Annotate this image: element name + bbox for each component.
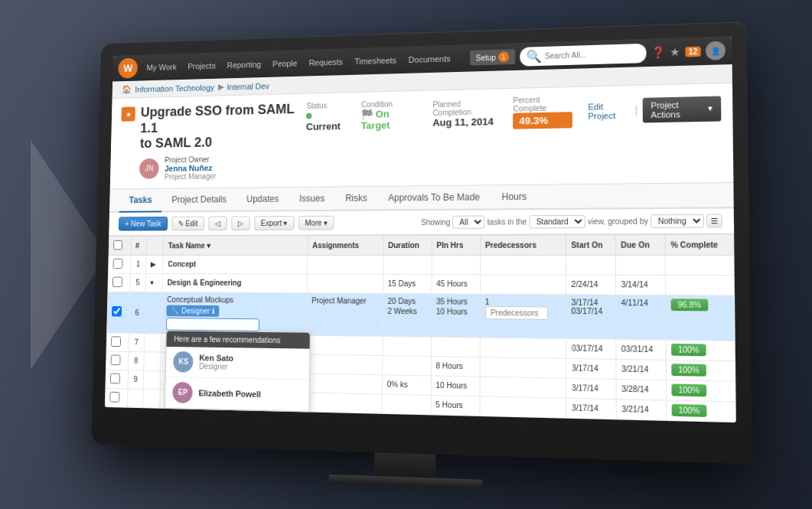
stat-percent: Percent Complete 49.3% [513,95,572,129]
monitor-bezel: W My Work Projects Reporting People Requ… [91,21,752,464]
rec-name-elizabeth: Elizabeth Powell [198,388,261,399]
setup-badge: 1 [497,51,508,62]
row-checkbox[interactable] [109,391,119,402]
new-task-button[interactable]: + New Task [119,216,168,230]
col-start-on[interactable]: Start On [566,234,615,255]
export-button[interactable]: Export ▾ [254,215,294,230]
search-input[interactable] [544,48,639,60]
col-pct-complete[interactable]: % Complete [665,234,734,255]
nav-my-work[interactable]: My Work [141,59,181,74]
status-value: Current [305,109,346,132]
avatar[interactable]: 👤 [705,41,725,60]
task-start: 03/17/14 [566,338,615,359]
task-due: 4/11/14 [615,295,666,340]
action-separator: | [634,103,638,116]
tab-tasks[interactable]: Tasks [119,188,161,212]
tab-risks[interactable]: Risks [334,186,377,210]
owner-avatar: JN [139,158,158,178]
breadcrumb-current[interactable]: Internal Dev [227,81,269,91]
nav-links: My Work Projects Reporting People Reques… [141,51,465,75]
percent-value: 49.3% [513,112,572,129]
task-name[interactable]: Design & Engineering [162,273,307,292]
complete-btn[interactable]: 100% [671,383,706,396]
standard-select[interactable]: Standard [529,214,585,228]
rec-avatar-ken: KS [173,351,194,372]
row-checkbox[interactable] [112,306,122,317]
task-pln-hrs: 10 Hours [430,375,479,396]
complete-btn[interactable]: 100% [671,364,706,377]
complete-btn[interactable]: 100% [671,344,706,356]
rec-role-ken: Designer [198,362,233,371]
expand-icon[interactable]: ▾ [145,273,162,292]
nav-requests[interactable]: Requests [303,54,347,70]
complete-btn[interactable]: 100% [671,404,706,417]
task-pln-hrs: 8 Hours [430,356,479,377]
nav-people[interactable]: People [267,55,302,71]
col-assignments[interactable]: Assignments [307,235,383,255]
view-options-btn[interactable]: ☰ [706,214,722,227]
rec-item-elizabeth[interactable]: EP Elizabeth Powell [165,377,309,411]
all-select[interactable]: All [452,215,484,228]
row-checkbox[interactable] [110,354,120,365]
col-check [109,236,131,255]
assignment-container: 🔧 Designer ℹ Here are a few recommendati… [166,305,302,331]
task-start: 3/17/14 [566,378,615,399]
row-checkbox[interactable] [113,258,122,268]
task-due: 3/21/14 [615,359,666,380]
project-actions-btn[interactable]: Project Actions ▾ [642,96,721,122]
task-table: # Task Name ▾ Assignments Duration Pln H… [104,233,735,422]
row-checkbox[interactable] [111,336,121,347]
rec-item-ken[interactable]: KS Ken Sato Designer [165,346,309,380]
col-pln-hrs[interactable]: Pln Hrs [431,235,480,255]
expand-icon[interactable]: ▶ [145,255,163,273]
task-num: 8 [128,351,144,370]
col-predecessors[interactable]: Predecessors [480,234,566,255]
select-all-checkbox[interactable] [113,240,122,249]
complete-btn[interactable]: 96.8% [670,299,707,311]
task-name[interactable]: Conceptual Mockups 🔧 Designer ℹ [161,292,307,335]
nav-timesheets[interactable]: Timesheets [349,52,402,68]
more-button[interactable]: More ▾ [298,215,334,230]
setup-btn[interactable]: Setup 1 [469,49,514,66]
task-name[interactable]: Concept [162,255,307,274]
nav-right: Setup 1 🔍 ❓ ★ 12 👤 [469,41,725,67]
icon-btn-2[interactable]: ▷ [231,216,250,230]
nav-projects[interactable]: Projects [182,58,220,73]
predecessor-input[interactable] [484,305,547,319]
star-icon[interactable]: ★ [669,45,680,58]
task-due: 3/28/14 [616,379,667,400]
tab-details[interactable]: Project Details [161,188,236,212]
tab-hours[interactable]: Hours [491,184,537,210]
edit-button[interactable]: ✎ Edit [171,216,204,230]
col-duration[interactable]: Duration [383,235,431,255]
project-actions-bar: Edit Project | Project Actions ▾ [588,96,721,123]
table-row: 6 Conceptual Mockups 🔧 Designer ℹ [106,292,735,341]
tab-approvals[interactable]: Approvals To Be Made [377,185,491,210]
col-task-name[interactable]: Task Name ▾ [163,235,308,255]
row-checkbox[interactable] [109,373,119,383]
search-bar[interactable]: 🔍 [520,43,646,66]
breadcrumb-parent[interactable]: Information Technology [135,83,214,93]
task-start: 3/17/1403/17/14 [566,294,615,339]
owner-name[interactable]: Jenna Nuñez [164,163,216,172]
icon-btn-1[interactable]: ◁ [208,216,227,230]
project-title-section: ★ Upgrade SSO from SAML 1.1 to SAML 2.0 … [119,101,306,181]
task-num: 9 [127,370,143,389]
nothing-select[interactable]: Nothing [651,214,704,227]
manager-label: Project Manager [164,171,216,180]
tab-updates[interactable]: Updates [236,187,289,211]
nav-reporting[interactable]: Reporting [221,57,266,73]
assignment-input[interactable] [166,317,259,331]
tab-issues[interactable]: Issues [289,187,334,211]
row-checkbox[interactable] [112,276,122,286]
col-due-on[interactable]: Due On [615,234,665,255]
status-label: Status [306,101,346,110]
assignment-tag[interactable]: 🔧 Designer ℹ [166,305,219,316]
nav-documents[interactable]: Documents [403,51,455,67]
edit-project-link[interactable]: Edit Project [588,100,630,119]
logo: W [118,57,138,78]
help-icon[interactable]: ❓ [651,46,664,59]
condition-value: 🏁 On Target [360,107,417,131]
rec-name-ken: Ken Sato [199,353,233,363]
task-pln-hrs: 5 Hours [430,395,479,416]
